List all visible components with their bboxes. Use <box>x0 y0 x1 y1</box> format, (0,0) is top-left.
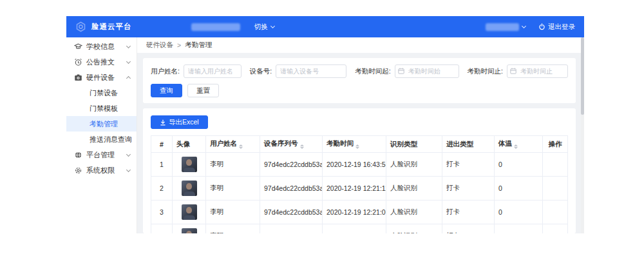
cell-actions <box>543 224 568 234</box>
scrollbar[interactable] <box>581 37 584 233</box>
platform-icon <box>74 151 82 159</box>
logout-label: 退出登录 <box>548 23 575 32</box>
device-icon <box>74 73 82 82</box>
sidebar-item-label: 平台管理 <box>86 150 115 160</box>
cell-inout-type: 打卡 <box>442 177 495 201</box>
logo-icon <box>75 21 86 32</box>
download-icon <box>160 119 166 126</box>
table-panel: 导出Excel # 头像 用户姓名 设备序列 <box>143 108 576 233</box>
attendance-time-start-input[interactable] <box>395 64 459 78</box>
col-inout-type: 进出类型 <box>442 136 495 153</box>
scrollbar-thumb[interactable] <box>581 37 584 115</box>
switch-org-button[interactable]: 切换 <box>254 23 274 32</box>
table-row: 4 李明 97d4edc22cddb53a 2020-12-19 12:04:1… <box>151 224 568 234</box>
cell-avatar <box>173 153 206 177</box>
cell-avatar <box>173 201 206 224</box>
cell-user-name: 李明 <box>206 201 260 224</box>
logout-button[interactable]: 退出登录 <box>538 23 575 32</box>
sidebar-item-push-message-query[interactable]: 推送消息查询 <box>66 132 137 147</box>
app-title: 脸通云平台 <box>91 22 132 32</box>
table-row: 2 李明 97d4edc22cddb53a 2020-12-19 12:21:1… <box>151 177 568 201</box>
cell-attendance-time: 2020-12-19 12:21:06 <box>323 201 386 224</box>
cell-attendance-time: 2020-12-19 16:43:56 <box>323 153 386 177</box>
cell-user-name: 李明 <box>206 153 260 177</box>
calendar-icon <box>510 68 516 74</box>
query-button[interactable]: 查询 <box>151 84 182 97</box>
attendance-time-start-label: 考勤时间起: <box>355 67 390 76</box>
chevron-down-icon <box>522 24 526 28</box>
sort-icon <box>514 144 518 149</box>
cell-avatar <box>173 177 206 201</box>
cell-user-name: 李明 <box>206 224 260 234</box>
attendance-table: # 头像 用户姓名 设备序列号 考勤时间 识别类型 进出类型 体温 操作 <box>151 135 568 233</box>
cell-recognition-type: 人脸识别 <box>386 177 442 201</box>
col-attendance-time[interactable]: 考勤时间 <box>323 136 386 153</box>
school-icon <box>74 43 82 51</box>
cell-index: 1 <box>151 153 173 177</box>
col-index: # <box>151 136 173 153</box>
cell-temperature: 0 <box>495 177 543 201</box>
cell-device-serial: 97d4edc22cddb53a <box>260 224 323 234</box>
sidebar-item-school-info[interactable]: 学校信息 <box>66 39 137 54</box>
col-temperature[interactable]: 体温 <box>495 136 543 153</box>
cell-index: 2 <box>151 177 173 201</box>
cell-temperature: 0 <box>495 153 543 177</box>
col-device-serial[interactable]: 设备序列号 <box>260 136 323 153</box>
export-excel-button[interactable]: 导出Excel <box>151 115 208 129</box>
avatar <box>182 181 197 196</box>
col-actions: 操作 <box>543 136 568 153</box>
sort-icon <box>239 144 243 149</box>
chevron-down-icon <box>126 167 131 171</box>
cell-recognition-type: 人脸识别 <box>386 153 442 177</box>
content: 用户姓名: 设备号: <box>137 53 584 233</box>
breadcrumb-separator: > <box>177 41 181 49</box>
announcement-icon <box>74 58 82 66</box>
chevron-up-icon <box>126 76 131 81</box>
sidebar-item-announcements[interactable]: 公告推文 <box>66 54 137 70</box>
cell-inout-type: 打卡 <box>442 201 495 224</box>
sidebar-item-platform-management[interactable]: 平台管理 <box>66 147 137 162</box>
col-avatar: 头像 <box>173 136 206 153</box>
table-row: 1 李明 97d4edc22cddb53a 2020-12-19 16:43:5… <box>151 153 568 177</box>
avatar <box>182 204 197 220</box>
cell-inout-type: 打卡 <box>442 153 495 177</box>
cell-device-serial: 97d4edc22cddb53a <box>260 177 323 201</box>
sidebar: 学校信息 公告推文 硬件设备 <box>66 37 137 233</box>
calendar-icon <box>398 68 404 74</box>
sidebar-item-access-templates[interactable]: 门禁模板 <box>66 101 137 116</box>
cell-actions <box>543 201 568 224</box>
col-user-name[interactable]: 用户姓名 <box>206 136 260 153</box>
sort-icon <box>355 144 359 149</box>
main-area: 硬件设备 > 考勤管理 用户姓名: <box>137 37 584 233</box>
avatar <box>182 228 197 233</box>
chevron-down-icon <box>270 24 274 28</box>
field-attendance-time-end: 考勤时间止: <box>468 64 568 78</box>
cell-recognition-type: 人脸识别 <box>386 201 442 224</box>
sidebar-item-attendance-management[interactable]: 考勤管理 <box>66 116 137 132</box>
cell-device-serial: 97d4edc22cddb53a <box>260 153 323 177</box>
sidebar-item-label: 门禁设备 <box>90 88 118 98</box>
sidebar-item-hardware-devices[interactable]: 硬件设备 <box>66 70 137 85</box>
cell-actions <box>543 153 568 177</box>
device-number-input[interactable] <box>276 64 346 78</box>
app-window: 脸通云平台 切换 退出登录 <box>66 16 584 233</box>
sidebar-item-system-permissions[interactable]: 系统权限 <box>66 162 137 178</box>
sort-icon <box>300 144 304 149</box>
cell-index: 4 <box>151 224 173 234</box>
user-name-redacted <box>486 23 519 31</box>
sidebar-item-label: 门禁模板 <box>90 104 118 113</box>
user-menu[interactable] <box>486 23 526 31</box>
breadcrumb-item-hardware[interactable]: 硬件设备 <box>146 41 173 50</box>
breadcrumb: 硬件设备 > 考勤管理 <box>137 37 584 53</box>
user-name-input[interactable] <box>184 64 242 78</box>
sidebar-item-access-devices[interactable]: 门禁设备 <box>66 85 137 101</box>
page: 脸通云平台 切换 退出登录 <box>0 0 644 274</box>
table-header-row: # 头像 用户姓名 设备序列号 考勤时间 识别类型 进出类型 体温 操作 <box>151 136 568 153</box>
top-bar: 脸通云平台 切换 退出登录 <box>66 16 584 37</box>
field-attendance-time-start: 考勤时间起: <box>355 64 459 78</box>
cell-avatar <box>173 224 206 234</box>
reset-button[interactable]: 重置 <box>187 84 219 97</box>
field-device-number: 设备号: <box>250 64 346 78</box>
cell-temperature: 0 <box>495 201 543 224</box>
sidebar-item-label: 系统权限 <box>86 166 115 175</box>
